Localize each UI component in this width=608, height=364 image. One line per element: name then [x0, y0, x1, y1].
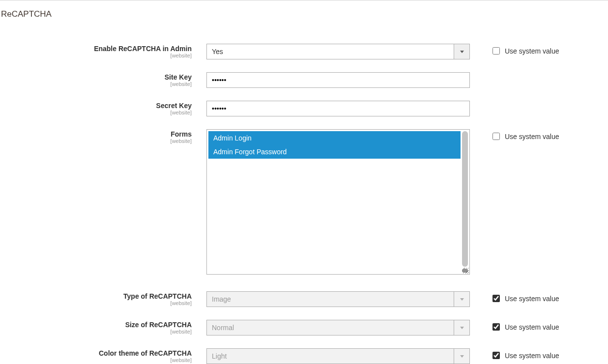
chevron-down-icon — [460, 51, 464, 53]
field-sitekey-row: Site Key [website] — [0, 72, 608, 88]
forms-multiselect[interactable]: Admin Login Admin Forgot Password — [206, 129, 470, 275]
scope-label: [website] — [0, 110, 192, 115]
type-select: Image — [206, 291, 470, 307]
field-type-row: Type of ReCAPTCHA [website] Image Use sy… — [0, 291, 608, 307]
type-select-button — [454, 292, 469, 307]
scope-label: [website] — [0, 53, 192, 58]
type-system-checkbox[interactable] — [492, 295, 500, 302]
field-forms-row: Forms [website] Admin Login Admin Forgot… — [0, 129, 608, 275]
enable-system-checkbox[interactable] — [492, 47, 500, 55]
sitekey-input[interactable] — [206, 72, 470, 88]
forms-option-admin-login[interactable]: Admin Login — [208, 131, 461, 145]
chevron-down-icon — [460, 298, 464, 301]
size-system-checkbox[interactable] — [492, 323, 500, 331]
system-value-label: Use system value — [505, 323, 559, 331]
field-secretkey-label: Secret Key — [0, 102, 192, 110]
recaptcha-form: Enable ReCAPTCHA in Admin [website] Yes … — [0, 44, 608, 364]
scope-label: [website] — [0, 138, 192, 144]
forms-option-admin-forgot[interactable]: Admin Forgot Password — [208, 145, 461, 159]
chevron-down-icon — [460, 327, 464, 329]
field-forms-label: Forms — [0, 130, 192, 138]
system-value-label: Use system value — [505, 47, 559, 55]
theme-system-checkbox[interactable] — [492, 352, 500, 359]
system-value-label: Use system value — [505, 133, 559, 140]
field-enable-label: Enable ReCAPTCHA in Admin — [0, 45, 192, 53]
field-size-row: Size of ReCAPTCHA [website] Normal Use s… — [0, 320, 608, 336]
field-enable-row: Enable ReCAPTCHA in Admin [website] Yes … — [0, 44, 608, 59]
system-value-label: Use system value — [505, 295, 559, 303]
scope-label: [website] — [0, 357, 192, 363]
type-select-value: Image — [207, 292, 454, 307]
enable-select[interactable]: Yes — [206, 44, 470, 59]
scope-label: [website] — [0, 329, 192, 335]
field-type-label: Type of ReCAPTCHA — [0, 292, 192, 300]
enable-select-value: Yes — [207, 44, 454, 59]
size-select-button — [454, 320, 469, 335]
field-sitekey-label: Site Key — [0, 73, 192, 81]
scope-label: [website] — [0, 81, 192, 87]
theme-select-button — [454, 349, 469, 364]
size-select: Normal — [206, 320, 470, 336]
field-secretkey-row: Secret Key [website] — [0, 101, 608, 116]
scroll-cap — [462, 269, 468, 273]
scope-label: [website] — [0, 300, 192, 306]
theme-select: Light — [206, 348, 470, 364]
field-size-label: Size of ReCAPTCHA — [0, 321, 192, 329]
section-title: ReCAPTCHA — [0, 9, 608, 19]
theme-select-value: Light — [207, 349, 454, 364]
enable-select-button[interactable] — [454, 44, 469, 59]
chevron-down-icon — [460, 355, 464, 358]
scroll-thumb[interactable] — [462, 131, 468, 267]
field-theme-label: Color theme of ReCAPTCHA — [0, 349, 192, 357]
field-theme-row: Color theme of ReCAPTCHA [website] Light… — [0, 348, 608, 364]
size-select-value: Normal — [207, 320, 454, 335]
divider — [0, 0, 608, 0]
forms-system-checkbox[interactable] — [492, 133, 500, 140]
secretkey-input[interactable] — [206, 101, 470, 116]
resize-grip[interactable] — [463, 268, 469, 274]
scrollbar[interactable] — [462, 131, 468, 273]
system-value-label: Use system value — [505, 352, 559, 360]
